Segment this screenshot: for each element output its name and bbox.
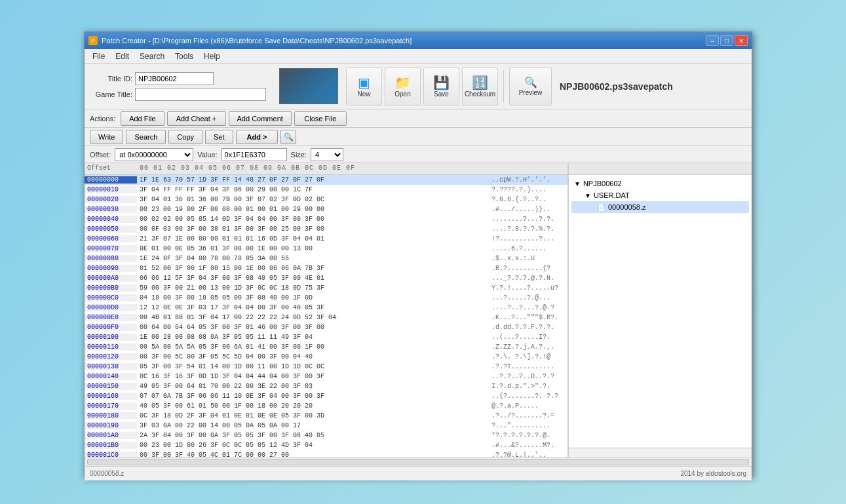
hex-row-offset: 000000C0 [85, 294, 137, 301]
hex-row-ascii: Y.?.!....?.....u? [489, 284, 567, 292]
hex-row[interactable]: 000001903F 03 0A 00 22 00 14 00 05 0A 05… [85, 421, 567, 431]
hex-row-bytes: 00 02 02 00 05 05 14 0D 3F 04 04 00 3F 0… [137, 216, 489, 223]
main-content: Offset 00 01 02 03 04 05 06 07 08 09 0A … [85, 163, 752, 457]
hex-offset-header: Offset [85, 164, 137, 174]
hex-row-offset: 00000020 [85, 196, 137, 203]
size-select[interactable]: 4 [311, 148, 343, 161]
file-title: NPJB00602.ps3savepatch [560, 81, 673, 92]
hex-row[interactable]: 0000005000 0F 03 00 3F 00 38 01 3F 00 3F… [85, 224, 567, 234]
hex-row[interactable]: 000000B059 00 3F 00 21 00 13 00 1D 3F 0C… [85, 283, 567, 293]
open-icon: 📁 [394, 76, 411, 89]
hex-row[interactable]: 0000016007 07 0A 7B 3F 06 06 11 10 0E 3F… [85, 391, 567, 401]
hex-row[interactable]: 000000C004 18 00 3F 00 18 05 05 00 3F 08… [85, 293, 567, 303]
hex-row-offset: 00000150 [85, 383, 137, 390]
add-comment-button[interactable]: Add Comment [229, 111, 292, 126]
preview-button[interactable]: 🔍 Preview [509, 68, 552, 106]
hex-row-bytes: 1E 24 0F 3F 04 00 78 00 78 05 3A 00 55 [137, 255, 489, 262]
right-horiz-scroll[interactable] [569, 448, 752, 457]
close-file-button[interactable]: Close File [294, 111, 347, 126]
menu-edit[interactable]: Edit [110, 50, 134, 62]
hex-row-offset: 00000190 [85, 422, 137, 429]
hex-row[interactable]: 000000F000 64 00 64 64 05 3F 00 3F 01 46… [85, 322, 567, 332]
hex-row[interactable]: 0000011000 5A 00 5A 5A 05 3F 00 6A 01 41… [85, 342, 567, 352]
maximize-button[interactable]: □ [720, 35, 733, 46]
tree-file-icon: 📄 [598, 204, 606, 211]
tree-user-dat-label: USER.DAT [594, 191, 630, 199]
hex-row[interactable]: 000000103F 04 FF FF FF 3F 04 3F 06 00 29… [85, 185, 567, 195]
hex-row[interactable]: 000000E000 4B 01 80 01 3F 04 17 00 22 22… [85, 313, 567, 322]
hex-row-offset: 00000060 [85, 235, 137, 242]
copy-button[interactable]: Copy [168, 130, 202, 144]
open-button[interactable]: 📁 Open [385, 68, 421, 106]
hex-row[interactable]: 000001400C 16 3F 16 3F 0D 1D 3F 04 04 44… [85, 372, 567, 381]
hex-row[interactable]: 000000801E 24 0F 3F 04 00 78 00 78 05 3A… [85, 254, 567, 263]
hex-row-offset: 00000010 [85, 186, 137, 193]
minimize-button[interactable]: – [706, 35, 719, 46]
toolbar-buttons: ▣ New 📁 Open 💾 Save 🔢 Checksum 🔍 Preview [346, 68, 552, 106]
add-file-button[interactable]: Add File [121, 111, 164, 126]
menu-search[interactable]: Search [134, 50, 170, 62]
hex-content[interactable]: 000000001F 1E 63 70 57 1D 3F FF 14 48 27… [85, 175, 567, 457]
bottom-scroll-inner[interactable] [87, 459, 749, 465]
hex-row[interactable]: 000001A02A 3F 04 00 3F 00 0A 3F 05 05 3F… [85, 431, 567, 440]
hex-row[interactable]: 0000003000 23 00 19 00 2F 00 08 00 01 00… [85, 204, 567, 214]
hex-row-offset: 00000070 [85, 245, 137, 252]
hex-row-bytes: 49 05 3F 00 64 01 70 00 22 00 3E 22 00 3… [137, 383, 489, 390]
hex-row[interactable]: 0000013005 3F 00 3F 54 01 14 00 1D 00 11… [85, 362, 567, 372]
tree-folder-icon: ▼ [585, 192, 591, 199]
hex-row[interactable]: 000001C000 3F 00 3F 40 05 4C 01 7C 00 00… [85, 450, 567, 457]
set-button[interactable]: Set [205, 130, 233, 144]
title-id-input[interactable] [135, 72, 214, 85]
hex-row-bytes: 3F 03 0A 00 22 00 14 00 05 0A 05 0A 00 1… [137, 422, 489, 429]
game-title-input[interactable] [135, 88, 266, 101]
hex-row[interactable]: 0000009001 52 00 3F 00 1F 00 15 00 1E 00… [85, 263, 567, 273]
hex-editor: Offset 00 01 02 03 04 05 06 07 08 09 0A … [85, 163, 568, 457]
menu-file[interactable]: File [87, 50, 110, 62]
save-button[interactable]: 💾 Save [423, 68, 459, 106]
menu-tools[interactable]: Tools [170, 50, 199, 62]
hex-row[interactable]: 000001800C 3F 18 0D 2F 3F 04 01 0E 01 0E… [85, 411, 567, 421]
add-cheat-button[interactable]: Add Cheat + [167, 111, 226, 126]
hex-row[interactable]: 0000017040 05 3F 00 61 01 50 00 1F 00 18… [85, 401, 567, 411]
search-icon-button[interactable]: 🔍 [280, 130, 296, 144]
hex-row[interactable]: 000000A006 06 12 5F 3F 04 3F 00 3F 08 40… [85, 273, 567, 283]
hex-row-bytes: 1E 00 28 00 08 08 0A 3F 05 05 11 11 49 3… [137, 334, 489, 341]
hex-row[interactable]: 000000D012 12 0E 0E 3F 03 17 3F 04 04 00… [85, 303, 567, 313]
offset-select[interactable]: at 0x00000000 [115, 148, 193, 161]
bottom-scroll-bar[interactable] [85, 457, 752, 466]
status-right: 2014 by aldostools.org [680, 470, 746, 477]
menu-help[interactable]: Help [199, 50, 225, 62]
hex-row-offset: 000000D0 [85, 304, 137, 311]
hex-row[interactable]: 000000203F 04 01 36 01 36 00 7B 00 3F 07… [85, 195, 567, 204]
hex-row[interactable]: 0000015049 05 3F 00 64 01 70 00 22 00 3E… [85, 381, 567, 391]
hex-row-ascii: ..._?.?.?.@.?.N. [489, 275, 567, 282]
hex-row[interactable]: 000001B000 23 00 1D 00 26 3F 0C 0C 05 05… [85, 440, 567, 450]
hex-row-ascii: ........?...?.?. [489, 216, 567, 223]
hex-row[interactable]: 000001001E 00 28 00 08 08 0A 3F 05 05 11… [85, 332, 567, 342]
hex-row[interactable]: 0000004000 02 02 00 05 05 14 0D 3F 04 04… [85, 214, 567, 224]
hex-row-offset: 000000F0 [85, 324, 137, 331]
hex-row[interactable]: 0000012000 3F 00 5C 00 3F 05 5C 5D 04 00… [85, 352, 567, 362]
search-button[interactable]: Search [126, 130, 166, 144]
hex-row-offset: 00000130 [85, 363, 137, 370]
hex-row-bytes: 00 64 00 64 64 05 3F 00 3F 01 46 00 3F 0… [137, 324, 489, 331]
hex-row-offset: 00000160 [85, 393, 137, 400]
hex-row[interactable]: 000000001F 1E 63 70 57 1D 3F FF 14 48 27… [85, 175, 567, 185]
hex-row[interactable]: 000000700E 01 00 0E 05 36 01 3F 08 00 1E… [85, 244, 567, 254]
tree-file-item[interactable]: 📄 00000058.z [571, 201, 749, 213]
tree-user-dat[interactable]: ▼ USER.DAT [571, 189, 749, 201]
checksum-button[interactable]: 🔢 Checksum [462, 68, 498, 106]
add-arrow-button[interactable]: Add > [236, 130, 279, 144]
close-button[interactable]: ✕ [735, 35, 748, 46]
hex-row[interactable]: 0000006021 3F 07 1E 00 00 00 01 01 01 16… [85, 234, 567, 244]
hex-row-ascii: ..(...?.....I?. [489, 334, 567, 341]
new-button[interactable]: ▣ New [346, 68, 382, 106]
value-input[interactable] [221, 148, 287, 161]
hex-row-offset: 000000E0 [85, 314, 137, 321]
hex-row-bytes: 2A 3F 04 00 3F 00 0A 3F 05 05 3F 00 3F 0… [137, 432, 489, 439]
tree-root[interactable]: ▼ NPJB00602 [571, 178, 749, 189]
hex-row-bytes: 3F 04 FF FF FF 3F 04 3F 06 00 29 00 00 1… [137, 186, 489, 193]
title-id-label: Title ID: [90, 75, 132, 83]
write-button[interactable]: Write [90, 130, 123, 144]
hex-row-offset: 00000110 [85, 343, 137, 351]
